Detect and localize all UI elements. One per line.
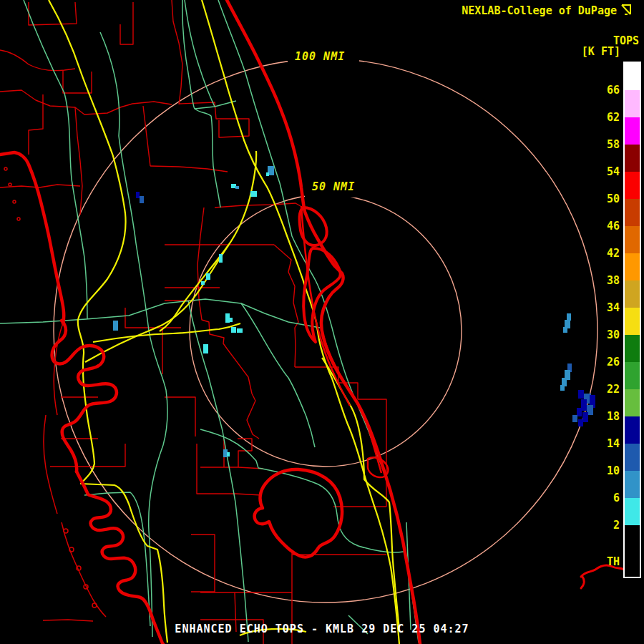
colorbar-segment xyxy=(625,416,640,444)
ring-label-100nmi: 100 NMI xyxy=(292,50,348,63)
colorbar-label-38: 38 xyxy=(590,274,620,287)
colorbar-label-42: 42 xyxy=(590,247,620,260)
colorbar-segment xyxy=(625,253,640,280)
echo-cell xyxy=(231,327,236,333)
colorbar-segment xyxy=(625,90,640,117)
colorbar-label-18: 18 xyxy=(590,410,620,423)
colorbar-label-10: 10 xyxy=(590,464,620,477)
colorbar-segment xyxy=(625,525,640,577)
colorbar-label-6: 6 xyxy=(590,492,620,504)
colorbar-segment xyxy=(625,471,640,498)
barrier-islands xyxy=(4,167,106,617)
brand-text[interactable]: NEXLAB-College of DuPage xyxy=(462,4,617,17)
colorbar-label-66: 66 xyxy=(590,84,620,97)
colorbar-segment xyxy=(625,308,640,335)
echo-cell xyxy=(230,318,233,322)
colorbar-segment xyxy=(625,335,640,362)
colorbar-label-30: 30 xyxy=(590,328,620,341)
echo-cell xyxy=(235,186,239,189)
colorbar xyxy=(623,62,641,578)
legend-title: TOPS xyxy=(613,37,639,45)
colorbar-label-54: 54 xyxy=(590,165,620,178)
ring-label-50nmi: 50 NMI xyxy=(309,180,358,193)
colorbar-label-34: 34 xyxy=(590,301,620,314)
roads-yellow xyxy=(49,0,399,644)
colorbar-segment xyxy=(625,117,640,145)
echo-cell xyxy=(227,452,230,457)
colorbar-label-58: 58 xyxy=(590,138,620,151)
echo-cell xyxy=(203,344,208,353)
radar-map xyxy=(0,0,644,644)
colorbar-label-14: 14 xyxy=(590,437,620,450)
colorbar-segment xyxy=(625,172,640,199)
echo-cell xyxy=(581,399,587,411)
colorbar-label-TH: TH xyxy=(590,555,620,568)
echo-cell xyxy=(237,328,243,333)
echo-cell xyxy=(113,321,118,331)
cursor-icon xyxy=(621,4,633,16)
echo-cell xyxy=(225,313,230,323)
colorbar-segment xyxy=(625,389,640,416)
colorbar-segment xyxy=(625,280,640,308)
colorbar-segment xyxy=(625,362,640,389)
echo-cell xyxy=(567,313,571,321)
echo-cell xyxy=(572,415,577,422)
echo-cell xyxy=(577,408,582,416)
echo-cell xyxy=(140,196,144,203)
echo-cell xyxy=(201,281,205,285)
colorbar-label-62: 62 xyxy=(590,111,620,124)
echo-cell xyxy=(250,191,257,197)
colorbar-segment xyxy=(625,444,640,471)
colorbar-label-26: 26 xyxy=(590,356,620,369)
colorbar-segment xyxy=(625,145,640,172)
echo-cell xyxy=(560,385,565,391)
echo-cell xyxy=(578,390,584,399)
echo-cell xyxy=(136,192,140,198)
echo-cell xyxy=(219,254,223,263)
radar-display: 100 NMI 50 NMI NEXLAB-College of DuPage … xyxy=(0,0,644,644)
lake-okeechobee xyxy=(255,469,342,557)
colorbar-label-46: 46 xyxy=(590,220,620,233)
colorbar-segment xyxy=(625,226,640,253)
colorbar-label-22: 22 xyxy=(590,383,620,396)
bahama-coastline xyxy=(581,565,624,588)
colorbar-segment xyxy=(625,63,640,90)
status-bar: ENHANCED ECHO TOPS - KMLB 29 DEC 25 04:2… xyxy=(0,623,644,635)
colorbar-segment xyxy=(625,498,640,525)
echo-cell xyxy=(231,184,236,188)
colorbar-segment xyxy=(625,199,640,226)
echo-cell xyxy=(563,327,567,333)
echo-cell xyxy=(582,412,588,422)
colorbar-label-2: 2 xyxy=(590,519,620,532)
echo-cell xyxy=(266,172,269,176)
echo-cell xyxy=(578,419,583,426)
echo-cell xyxy=(206,273,210,280)
colorbar-label-50: 50 xyxy=(590,192,620,205)
legend-units: [K FT] xyxy=(582,45,620,58)
